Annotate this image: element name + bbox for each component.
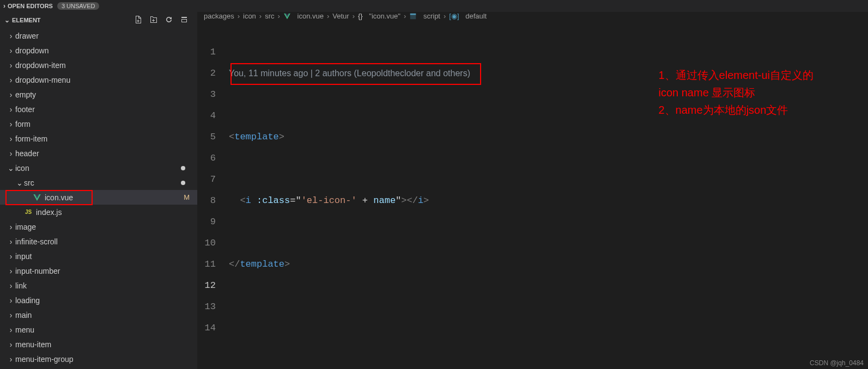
tree-label: input-number bbox=[15, 267, 197, 275]
bc-default[interactable]: [◉] default bbox=[449, 12, 487, 20]
tree-item-form[interactable]: ›form bbox=[0, 116, 197, 131]
chevron-right-icon: › bbox=[3, 2, 5, 10]
tree-item-src[interactable]: ⌄src bbox=[0, 175, 197, 190]
open-editors-label: OPEN EDITORS bbox=[8, 3, 53, 9]
tree-item-drawer[interactable]: ›drawer bbox=[0, 28, 197, 43]
tree-item-infinite-scroll[interactable]: ›infinite-scroll bbox=[0, 234, 197, 249]
tree-label: drawer bbox=[15, 32, 197, 40]
line-number: 5 bbox=[197, 126, 216, 147]
gutter: 1234567891011121314 bbox=[197, 20, 229, 369]
chevron-icon: › bbox=[8, 340, 14, 349]
line-number: 10 bbox=[197, 232, 216, 254]
tree-item-link[interactable]: ›link bbox=[0, 278, 197, 293]
chevron-icon: › bbox=[8, 32, 14, 40]
tree-item-header[interactable]: ›header bbox=[0, 146, 197, 161]
line-number: 7 bbox=[197, 169, 216, 190]
tree-item-index-js[interactable]: JSindex.js bbox=[0, 205, 197, 219]
tree-item-main[interactable]: ›main bbox=[0, 308, 197, 322]
tree-label: header bbox=[15, 149, 197, 158]
editor: packages› icon› src› icon.vue› Vetur› {}… bbox=[197, 12, 868, 369]
chevron-icon: › bbox=[8, 267, 14, 275]
modified-dot-icon bbox=[181, 166, 185, 170]
file-tree[interactable]: ›drawer›dropdown›dropdown-item›dropdown-… bbox=[0, 28, 197, 369]
tree-label: src bbox=[24, 179, 181, 187]
chevron-icon: › bbox=[8, 120, 14, 128]
bc-file[interactable]: icon.vue bbox=[283, 12, 324, 20]
line-number: 14 bbox=[197, 317, 216, 339]
chevron-icon: › bbox=[8, 76, 14, 84]
tree-label: index.js bbox=[36, 208, 197, 217]
line-number: 11 bbox=[197, 254, 216, 275]
new-folder-icon[interactable] bbox=[149, 15, 158, 25]
vue-file-icon bbox=[33, 193, 41, 202]
tree-label: link bbox=[15, 281, 197, 290]
refresh-icon[interactable] bbox=[165, 15, 173, 25]
line-number: 13 bbox=[197, 296, 216, 317]
sidebar-header[interactable]: ⌄ ELEMENT bbox=[0, 12, 197, 28]
bc-src[interactable]: src bbox=[265, 12, 274, 20]
watermark: CSDN @jqh_0484 bbox=[810, 359, 864, 367]
tree-label: main bbox=[15, 311, 197, 319]
top-bar: › OPEN EDITORS 3 unsaved bbox=[0, 0, 868, 12]
tree-item-dropdown-menu[interactable]: ›dropdown-menu bbox=[0, 72, 197, 87]
line-number: 12 bbox=[197, 275, 216, 296]
chevron-icon: › bbox=[8, 149, 14, 158]
line-number: 3 bbox=[197, 84, 216, 105]
line-number: 2 bbox=[197, 63, 216, 84]
tree-item-icon-vue[interactable]: icon.vueM bbox=[0, 190, 197, 205]
tree-item-menu-item-group[interactable]: ›menu-item-group bbox=[0, 352, 197, 366]
bc-vetur[interactable]: Vetur bbox=[332, 12, 349, 20]
tree-label: form bbox=[15, 120, 197, 128]
tree-label: infinite-scroll bbox=[15, 237, 197, 246]
tree-label: dropdown bbox=[15, 46, 197, 55]
tree-label: input bbox=[15, 252, 197, 261]
unsaved-badge: 3 unsaved bbox=[57, 2, 100, 10]
bc-icon[interactable]: icon bbox=[243, 12, 256, 20]
tree-label: image bbox=[15, 223, 197, 231]
line-number: 9 bbox=[197, 211, 216, 232]
tree-label: menu-item bbox=[15, 340, 197, 349]
tree-label: menu bbox=[15, 325, 197, 334]
line-number: 1 bbox=[197, 41, 216, 63]
chevron-icon: › bbox=[8, 252, 14, 261]
line-number: 4 bbox=[197, 105, 216, 126]
open-editors-section[interactable]: › OPEN EDITORS 3 unsaved bbox=[0, 2, 102, 10]
sidebar-actions bbox=[134, 15, 193, 25]
tree-item-image[interactable]: ›image bbox=[0, 219, 197, 234]
tree-item-dropdown-item[interactable]: ›dropdown-item bbox=[0, 58, 197, 72]
tree-label: dropdown-item bbox=[15, 61, 197, 70]
chevron-down-icon: ⌄ bbox=[4, 16, 10, 24]
tree-item-footer[interactable]: ›footer bbox=[0, 102, 197, 116]
tree-item-menu[interactable]: ›menu bbox=[0, 322, 197, 337]
tree-item-icon[interactable]: ⌄icon bbox=[0, 161, 197, 175]
bc-packages[interactable]: packages bbox=[204, 12, 234, 20]
breadcrumb[interactable]: packages› icon› src› icon.vue› Vetur› {}… bbox=[197, 12, 868, 20]
bc-json[interactable]: {} "icon.vue" bbox=[358, 12, 400, 20]
line-number: 8 bbox=[197, 190, 216, 211]
chevron-icon: › bbox=[8, 296, 14, 305]
chevron-icon: › bbox=[8, 355, 14, 364]
annotation-overlay: 1、通过传入element-ui自定义的 icon name 显示图标 2、na… bbox=[658, 66, 814, 119]
tree-item-empty[interactable]: ›empty bbox=[0, 87, 197, 102]
bc-script[interactable]: script bbox=[409, 12, 440, 20]
tree-label: loading bbox=[15, 296, 197, 305]
chevron-icon: › bbox=[8, 61, 14, 70]
tree-label: empty bbox=[15, 90, 197, 99]
tree-item-form-item[interactable]: ›form-item bbox=[0, 131, 197, 146]
tree-item-menu-item[interactable]: ›menu-item bbox=[0, 337, 197, 352]
tree-label: footer bbox=[15, 105, 197, 114]
tree-label: icon bbox=[15, 164, 181, 173]
tree-item-input[interactable]: ›input bbox=[0, 249, 197, 263]
chevron-icon: › bbox=[8, 311, 14, 319]
main-area: ⌄ ELEMENT ›drawer›dropdown›dropdown-item… bbox=[0, 12, 868, 369]
chevron-icon: › bbox=[8, 325, 14, 334]
sidebar-title: ELEMENT bbox=[12, 17, 41, 23]
tree-item-loading[interactable]: ›loading bbox=[0, 293, 197, 308]
sidebar: ⌄ ELEMENT ›drawer›dropdown›dropdown-item… bbox=[0, 12, 197, 369]
tree-label: dropdown-menu bbox=[15, 76, 197, 84]
collapse-all-icon[interactable] bbox=[180, 15, 189, 25]
tree-item-input-number[interactable]: ›input-number bbox=[0, 263, 197, 278]
tree-label: form-item bbox=[15, 134, 197, 143]
tree-item-dropdown[interactable]: ›dropdown bbox=[0, 43, 197, 58]
new-file-icon[interactable] bbox=[134, 15, 143, 25]
